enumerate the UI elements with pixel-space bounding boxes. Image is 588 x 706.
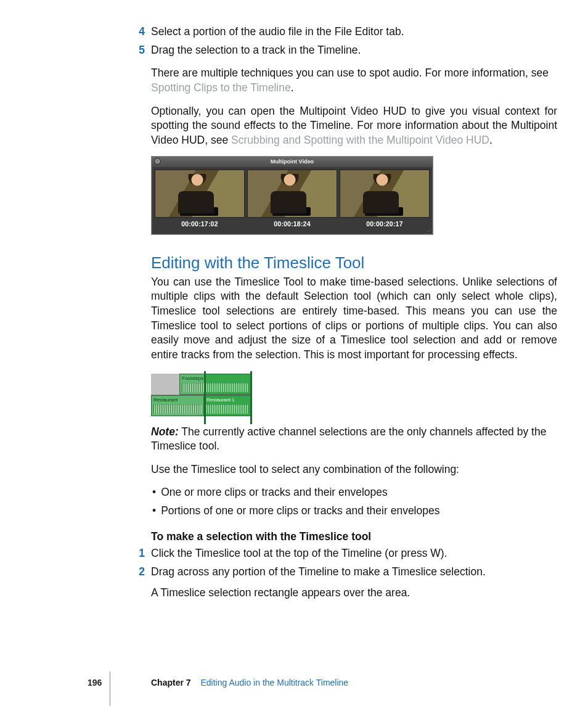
paragraph: Optionally, you can open the Multipoint … xyxy=(151,104,557,148)
bullet-item: Portions of one or more clips or tracks … xyxy=(151,504,557,519)
page-number: 196 xyxy=(88,677,102,689)
text: . xyxy=(489,134,492,146)
chapter-label: Chapter 7 xyxy=(151,678,191,688)
steps-list-a: 4 Select a portion of the audio file in … xyxy=(151,25,557,57)
bullet-list: One or more clips or tracks and their en… xyxy=(151,485,557,518)
close-icon[interactable] xyxy=(154,158,161,165)
section-heading: Editing with the Timeslice Tool xyxy=(151,252,557,274)
result-paragraph: A Timeslice selection rectangle appears … xyxy=(151,586,557,601)
note-paragraph: Note: The currently active channel selec… xyxy=(151,425,557,454)
clip-restaurant-right: Restaurant 1 xyxy=(204,395,251,416)
step-text: Select a portion of the audio file in th… xyxy=(151,25,404,39)
clip-label: Restaurant 1 xyxy=(206,397,235,403)
step-4: 4 Select a portion of the audio file in … xyxy=(151,25,557,39)
thumbnail-1: 00:00:17:02 xyxy=(155,170,244,228)
step-number: 5 xyxy=(136,43,145,58)
text: There are multiple techniques you can us… xyxy=(151,67,549,79)
note-label: Note: xyxy=(151,425,179,438)
timecode: 00:00:17:02 xyxy=(181,220,218,228)
step-text: Drag the selection to a track in the Tim… xyxy=(151,43,361,58)
hud-titlebar: Multipoint Video xyxy=(152,157,433,166)
step-1: 1 Click the Timeslice tool at the top of… xyxy=(151,546,557,561)
step-number: 1 xyxy=(136,546,145,561)
bullet-text: One or more clips or tracks and their en… xyxy=(161,485,388,500)
track-1: Footsteps Hard Concre xyxy=(151,374,251,395)
paragraph: There are multiple techniques you can us… xyxy=(151,66,557,95)
chapter-ref: Chapter 7 Editing Audio in the Multitrac… xyxy=(151,677,348,689)
clip-label: Restaurant xyxy=(153,397,178,403)
section-paragraph: You can use the Timeslice Tool to make t… xyxy=(151,275,557,363)
step-text: Click the Timeslice tool at the top of t… xyxy=(151,546,447,561)
timecode: 00:00:18:24 xyxy=(274,220,310,228)
bullet-item: One or more clips or tracks and their en… xyxy=(151,485,557,500)
thumbnail-row: 00:00:17:02 00:00:18:24 00:00:20:17 xyxy=(152,167,433,229)
link-scrubbing-hud[interactable]: Scrubbing and Spotting with the Multipoi… xyxy=(231,134,489,146)
task-subheading: To make a selection with the Timeslice t… xyxy=(151,530,557,544)
note-text: The currently active channel selections … xyxy=(151,425,546,453)
clip-footsteps-selected xyxy=(204,374,251,395)
hud-title-text: Multipoint Video xyxy=(271,158,314,165)
figure-timeslice-selection: Footsteps Hard Concre Restaurant Restau xyxy=(151,374,557,416)
step-2: 2 Drag across any portion of the Timelin… xyxy=(151,565,557,580)
clip-restaurant-left: Restaurant xyxy=(151,395,204,416)
step-text: Drag across any portion of the Timeline … xyxy=(151,565,486,580)
thumbnail-3: 00:00:20:17 xyxy=(340,170,429,228)
thumbnail-2: 00:00:18:24 xyxy=(248,170,337,228)
figure-multipoint-video-hud: Multipoint Video 00:00:17:02 00:00:18:24… xyxy=(151,156,433,234)
step-5: 5 Drag the selection to a track in the T… xyxy=(151,43,557,58)
text: . xyxy=(291,81,294,94)
resize-grip-icon[interactable]: ⋰ xyxy=(152,229,433,234)
step-number: 4 xyxy=(136,25,145,39)
timecode: 00:00:20:17 xyxy=(366,220,402,228)
chapter-title: Editing Audio in the Multitrack Timeline xyxy=(200,678,348,688)
video-frame xyxy=(340,170,430,218)
step-number: 2 xyxy=(136,565,145,580)
paragraph: Use the Timeslice tool to select any com… xyxy=(151,462,557,477)
link-spotting-clips[interactable]: Spotting Clips to the Timeline xyxy=(151,81,291,94)
page-content: 4 Select a portion of the audio file in … xyxy=(151,0,557,600)
timeline-mini: Footsteps Hard Concre Restaurant Restau xyxy=(151,374,251,416)
steps-list-b: 1 Click the Timeslice tool at the top of… xyxy=(151,546,557,579)
track-2: Restaurant Restaurant 1 xyxy=(151,395,251,416)
video-frame xyxy=(247,170,337,218)
footer-rule xyxy=(110,671,110,706)
video-frame xyxy=(155,170,245,218)
bullet-text: Portions of one or more clips or tracks … xyxy=(161,504,439,519)
